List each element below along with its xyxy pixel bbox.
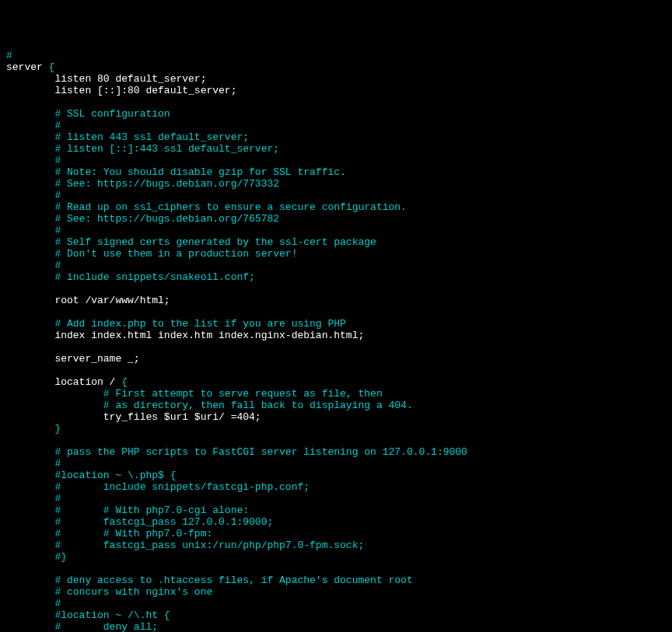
code-text: #} xyxy=(6,551,67,563)
code-text: # deny access to .htaccess files, if Apa… xyxy=(6,574,413,586)
code-line: # fastcgi_pass 127.0.0.1:9000; xyxy=(6,516,666,528)
code-text: # fastcgi_pass 127.0.0.1:9000; xyxy=(6,516,273,528)
code-line: # SSL configuration xyxy=(6,108,666,120)
code-line: # Self signed certs generated by the ssl… xyxy=(6,236,666,248)
code-line: # xyxy=(6,120,666,131)
code-line xyxy=(6,341,666,353)
code-text: # Note: You should disable gzip for SSL … xyxy=(6,166,346,178)
code-text: # xyxy=(6,50,12,61)
code-text: root /var/www/html; xyxy=(6,295,170,306)
code-text: # concurs with nginx's one xyxy=(6,586,212,598)
code-line: # # With php7.0-cgi alone: xyxy=(6,505,666,516)
code-line: # deny all; xyxy=(6,621,666,632)
code-text: # pass the PHP scripts to FastCGI server… xyxy=(6,446,467,458)
code-line: index index.html index.htm index.nginx-d… xyxy=(6,330,666,341)
code-line xyxy=(6,96,666,108)
code-line: #} xyxy=(6,551,666,563)
code-line xyxy=(6,435,666,446)
code-text: # xyxy=(6,458,61,470)
code-text: # xyxy=(6,260,61,271)
code-line: # xyxy=(6,190,666,201)
code-line: # deny access to .htaccess files, if Apa… xyxy=(6,574,666,586)
code-text: # See: https://bugs.debian.org/765782 xyxy=(6,213,279,225)
terminal-editor[interactable]: #server { listen 80 default_server; list… xyxy=(6,50,666,632)
code-text: # # With php7.0-cgi alone: xyxy=(6,505,249,516)
code-segment: { xyxy=(121,376,128,388)
code-text: # xyxy=(6,190,61,201)
code-line: # xyxy=(6,225,666,236)
code-line: # as directory, then fall back to displa… xyxy=(6,400,666,411)
code-line: #location ~ \.php$ { xyxy=(6,470,666,481)
code-text: # # With php7.0-fpm: xyxy=(6,528,212,539)
code-line xyxy=(6,563,666,574)
code-line xyxy=(6,365,666,376)
code-text: listen [::]:80 default_server; xyxy=(6,85,236,96)
code-line xyxy=(6,283,666,295)
code-text: } xyxy=(6,423,61,435)
code-text: # Read up on ssl_ciphers to ensure a sec… xyxy=(6,201,407,213)
code-text: # include snippets/fastcgi-php.conf; xyxy=(6,481,310,493)
code-text: #location ~ /\.ht { xyxy=(6,609,170,621)
code-line: # concurs with nginx's one xyxy=(6,586,666,598)
code-text: # See: https://bugs.debian.org/773332 xyxy=(6,178,279,190)
code-line: try_files $uri $uri/ =404; xyxy=(6,411,666,423)
code-line: # xyxy=(6,458,666,470)
code-line: # See: https://bugs.debian.org/765782 xyxy=(6,213,666,225)
code-text: # xyxy=(6,598,61,609)
code-line: # xyxy=(6,50,666,61)
code-segment: { xyxy=(49,61,55,73)
code-line: # Add index.php to the list if you are u… xyxy=(6,318,666,330)
code-line: root /var/www/html; xyxy=(6,295,666,306)
code-line: # pass the PHP scripts to FastCGI server… xyxy=(6,446,666,458)
code-text: listen 80 default_server; xyxy=(6,73,206,85)
code-line: # listen 443 ssl default_server; xyxy=(6,131,666,143)
code-text: server_name _; xyxy=(6,353,140,365)
code-line: location / { xyxy=(6,376,666,388)
code-line: # Don't use them in a production server! xyxy=(6,248,666,260)
code-text: # First attempt to serve request as file… xyxy=(6,388,383,400)
code-segment: location / xyxy=(6,376,121,388)
code-text: try_files $uri $uri/ =404; xyxy=(6,411,261,423)
code-line: # # With php7.0-fpm: xyxy=(6,528,666,539)
code-line: # xyxy=(6,155,666,166)
code-text: # xyxy=(6,120,61,131)
code-line: server_name _; xyxy=(6,353,666,365)
code-line: # xyxy=(6,493,666,505)
code-text: # as directory, then fall back to displa… xyxy=(6,400,413,411)
code-line: # xyxy=(6,260,666,271)
code-text: # deny all; xyxy=(6,621,158,632)
code-line: listen [::]:80 default_server; xyxy=(6,85,666,96)
code-text: # listen [::]:443 ssl default_server; xyxy=(6,143,279,155)
code-line: #location ~ /\.ht { xyxy=(6,609,666,621)
code-segment: server xyxy=(6,61,49,73)
code-line: listen 80 default_server; xyxy=(6,73,666,85)
code-line: # Read up on ssl_ciphers to ensure a sec… xyxy=(6,201,666,213)
code-text: # Self signed certs generated by the ssl… xyxy=(6,236,376,248)
code-line: } xyxy=(6,423,666,435)
code-text: # xyxy=(6,225,61,236)
code-line: # fastcgi_pass unix:/run/php/php7.0-fpm.… xyxy=(6,539,666,551)
code-line: # xyxy=(6,598,666,609)
code-text: # SSL configuration xyxy=(6,108,170,120)
code-line: # include snippets/fastcgi-php.conf; xyxy=(6,481,666,493)
code-text: # include snippets/snakeoil.conf; xyxy=(6,271,255,283)
code-line: # include snippets/snakeoil.conf; xyxy=(6,271,666,283)
code-line: # Note: You should disable gzip for SSL … xyxy=(6,166,666,178)
code-text: # xyxy=(6,155,61,166)
code-text: # Don't use them in a production server! xyxy=(6,248,297,260)
code-text: # fastcgi_pass unix:/run/php/php7.0-fpm.… xyxy=(6,539,364,551)
code-line: # listen [::]:443 ssl default_server; xyxy=(6,143,666,155)
code-line: server { xyxy=(6,61,666,73)
code-text: #location ~ \.php$ { xyxy=(6,470,176,481)
code-line xyxy=(6,306,666,318)
code-line: # See: https://bugs.debian.org/773332 xyxy=(6,178,666,190)
code-text: # Add index.php to the list if you are u… xyxy=(6,318,346,330)
code-text: # listen 443 ssl default_server; xyxy=(6,131,249,143)
code-text: index index.html index.htm index.nginx-d… xyxy=(6,330,364,341)
code-line: # First attempt to serve request as file… xyxy=(6,388,666,400)
code-text: # xyxy=(6,493,61,505)
